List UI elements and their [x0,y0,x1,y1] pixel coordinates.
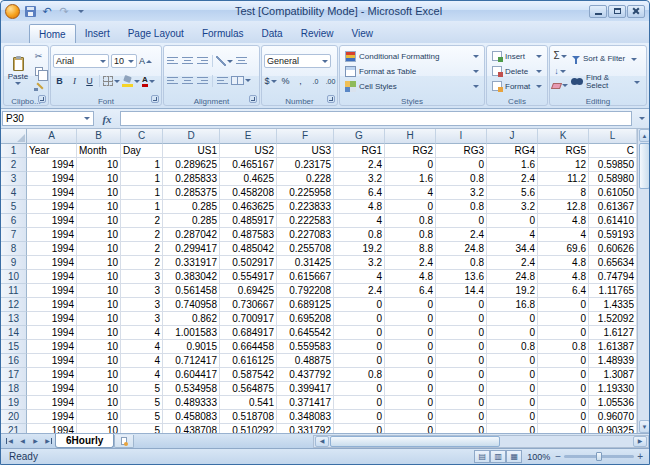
cell-G15[interactable]: 0 [334,340,385,354]
merge-center-button[interactable] [231,74,251,87]
tab-page-layout[interactable]: Page Layout [119,24,193,43]
bold-button[interactable]: B [53,75,66,88]
cell-A6[interactable]: 1994 [27,214,77,228]
cell-E2[interactable]: 0.465167 [220,158,277,172]
cell-G18[interactable]: 0 [334,382,385,396]
scroll-left-button[interactable]: ◀ [315,436,329,447]
cell-D4[interactable]: 0.285375 [163,186,220,200]
tab-insert[interactable]: Insert [76,24,119,43]
cell-K1[interactable]: RG5 [538,144,589,158]
cell-B6[interactable]: 10 [77,214,121,228]
cell-K16[interactable]: 0 [538,354,589,368]
row-header-3[interactable]: 3 [1,172,27,186]
cell-F2[interactable]: 0.23175 [277,158,334,172]
cell-D16[interactable]: 0.712417 [163,354,220,368]
cell-F16[interactable]: 0.48875 [277,354,334,368]
cell-J12[interactable]: 16.8 [487,298,538,312]
cell-H2[interactable]: 0 [385,158,436,172]
cell-A14[interactable]: 1994 [27,326,77,340]
cell-E4[interactable]: 0.458208 [220,186,277,200]
cell-D20[interactable]: 0.458083 [163,410,220,424]
vertical-scroll-thumb[interactable] [639,143,649,189]
cell-I13[interactable]: 0 [436,312,487,326]
office-button[interactable] [5,4,20,19]
cell-H5[interactable]: 0 [385,200,436,214]
cell-B1[interactable]: Month [77,144,121,158]
cell-F4[interactable]: 0.225958 [277,186,334,200]
cell-K14[interactable]: 0 [538,326,589,340]
cell-F12[interactable]: 0.689125 [277,298,334,312]
cell-styles-button[interactable]: Cell Styles [342,79,482,93]
row-header-5[interactable]: 5 [1,200,27,214]
cell-G10[interactable]: 4 [334,270,385,284]
column-header-I[interactable]: I [436,129,487,144]
cell-I19[interactable]: 0 [436,396,487,410]
cell-E20[interactable]: 0.518708 [220,410,277,424]
cell-F15[interactable]: 0.559583 [277,340,334,354]
cell-G5[interactable]: 4.8 [334,200,385,214]
orientation-button[interactable] [216,55,233,68]
cell-L20[interactable]: 0.96070 [589,410,637,424]
column-header-B[interactable]: B [77,129,121,144]
cell-B17[interactable]: 10 [77,368,121,382]
cell-J4[interactable]: 5.6 [487,186,538,200]
cell-K19[interactable]: 0 [538,396,589,410]
cell-A15[interactable]: 1994 [27,340,77,354]
scroll-down-button[interactable]: ▼ [639,420,649,433]
cell-D15[interactable]: 0.9015 [163,340,220,354]
row-header-11[interactable]: 11 [1,284,27,298]
cell-H15[interactable]: 0 [385,340,436,354]
cell-I4[interactable]: 3.2 [436,186,487,200]
cell-C4[interactable]: 1 [121,186,163,200]
cell-A12[interactable]: 1994 [27,298,77,312]
cell-G12[interactable]: 0 [334,298,385,312]
cell-D3[interactable]: 0.285833 [163,172,220,186]
cell-E14[interactable]: 0.684917 [220,326,277,340]
select-all-corner[interactable] [1,129,27,144]
cell-E21[interactable]: 0.510292 [220,424,277,433]
cell-C18[interactable]: 5 [121,382,163,396]
row-header-4[interactable]: 4 [1,186,27,200]
conditional-formatting-button[interactable]: Conditional Formatting [342,49,482,63]
cell-E18[interactable]: 0.564875 [220,382,277,396]
zoom-slider-track[interactable] [564,455,634,458]
row-header-15[interactable]: 15 [1,340,27,354]
decrease-indent-button[interactable] [216,74,229,87]
row-header-7[interactable]: 7 [1,228,27,242]
sort-filter-button[interactable]: Sort & Filter [571,49,640,71]
cell-A11[interactable]: 1994 [27,284,77,298]
cell-A4[interactable]: 1994 [27,186,77,200]
cell-B11[interactable]: 10 [77,284,121,298]
cell-H14[interactable]: 0 [385,326,436,340]
cell-J21[interactable]: 0 [487,424,538,433]
cell-B10[interactable]: 10 [77,270,121,284]
undo-button[interactable]: ↶ [40,4,54,19]
cell-A2[interactable]: 1994 [27,158,77,172]
cell-I10[interactable]: 13.6 [436,270,487,284]
cell-I7[interactable]: 2.4 [436,228,487,242]
cell-E16[interactable]: 0.616125 [220,354,277,368]
cell-L12[interactable]: 1.4335 [589,298,637,312]
cell-D19[interactable]: 0.489333 [163,396,220,410]
cell-B14[interactable]: 10 [77,326,121,340]
cell-A7[interactable]: 1994 [27,228,77,242]
cell-J13[interactable]: 0 [487,312,538,326]
cell-L2[interactable]: 0.59850 [589,158,637,172]
cell-K8[interactable]: 69.6 [538,242,589,256]
cell-J20[interactable]: 0 [487,410,538,424]
row-header-19[interactable]: 19 [1,396,27,410]
borders-button[interactable] [103,75,120,88]
cell-F10[interactable]: 0.615667 [277,270,334,284]
cell-H12[interactable]: 0 [385,298,436,312]
cell-F14[interactable]: 0.645542 [277,326,334,340]
cell-L19[interactable]: 1.05536 [589,396,637,410]
cell-B4[interactable]: 10 [77,186,121,200]
cell-D2[interactable]: 0.289625 [163,158,220,172]
column-header-H[interactable]: H [385,129,436,144]
cell-F7[interactable]: 0.227083 [277,228,334,242]
cell-H10[interactable]: 4.8 [385,270,436,284]
cell-H21[interactable]: 0 [385,424,436,433]
tab-view[interactable]: View [342,24,382,43]
scroll-up-button[interactable]: ▲ [639,129,649,142]
cell-I16[interactable]: 0 [436,354,487,368]
